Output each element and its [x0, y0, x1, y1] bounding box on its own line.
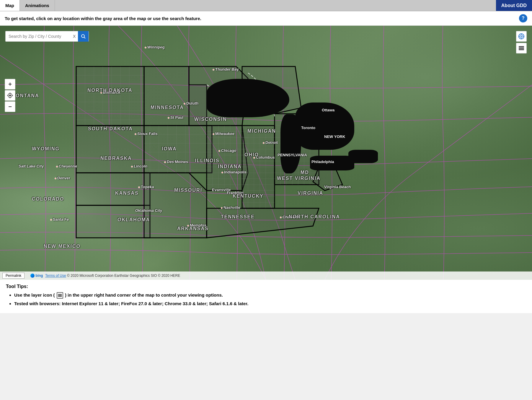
map-footer: Permalink bing Terms of Use © 2020 Micro…	[0, 271, 532, 280]
search-input[interactable]	[6, 34, 71, 39]
tab-map-label: Map	[5, 3, 14, 8]
tooltips-title: Tool Tips:	[6, 284, 526, 289]
svg-rect-90	[519, 46, 524, 47]
tooltips-section: Tool Tips: Use the layer icon ( ) in the…	[0, 280, 532, 313]
permalink-button[interactable]: Permalink	[2, 273, 25, 279]
layers-button[interactable]	[516, 43, 527, 53]
instruction-text: To get started, click on any location wi…	[5, 16, 201, 21]
zoom-in-button[interactable]: +	[5, 79, 15, 90]
svg-point-85	[521, 36, 522, 37]
layers-icon	[518, 45, 525, 51]
tab-about-label: About GDD	[501, 3, 527, 8]
svg-rect-94	[58, 295, 62, 296]
map-container[interactable]: X + −	[0, 26, 532, 280]
tab-animations-label: Animations	[25, 3, 49, 8]
help-button[interactable]: ?	[519, 14, 527, 22]
locate-button[interactable]	[5, 90, 15, 101]
svg-rect-92	[519, 49, 524, 50]
svg-line-76	[84, 37, 85, 38]
bing-text: bing	[35, 274, 43, 278]
tooltip-item-2: Tested with browsers: Internet Explorer …	[14, 301, 526, 306]
locate-icon	[7, 92, 13, 98]
svg-rect-91	[519, 48, 524, 49]
header-tabs: Map Animations About GDD	[0, 0, 532, 11]
svg-rect-93	[58, 294, 62, 295]
layer-icon-inline	[57, 292, 63, 299]
search-button[interactable]	[78, 31, 89, 42]
tooltip-item-1: Use the layer icon ( ) in the upper righ…	[14, 292, 526, 299]
satellite-icon	[518, 33, 525, 40]
layer-controls	[516, 31, 527, 53]
layer-inline-icon	[58, 293, 62, 298]
search-bar: X	[5, 31, 89, 42]
svg-point-78	[9, 95, 11, 96]
search-icon	[81, 34, 86, 39]
bing-circle-icon	[30, 274, 35, 278]
terms-link[interactable]: Terms of Use	[45, 274, 66, 278]
tab-map[interactable]: Map	[0, 0, 20, 11]
zoom-out-button[interactable]: −	[5, 101, 15, 112]
search-clear-button[interactable]: X	[71, 34, 78, 39]
map-controls: + −	[5, 79, 15, 112]
svg-point-75	[81, 35, 84, 38]
svg-rect-95	[58, 296, 62, 297]
tooltips-list: Use the layer icon ( ) in the upper righ…	[6, 292, 526, 306]
help-label: ?	[522, 16, 525, 21]
tab-about[interactable]: About GDD	[496, 0, 532, 11]
tab-animations[interactable]: Animations	[20, 0, 55, 11]
map-background	[0, 26, 532, 280]
copyright-text: © 2020 Microsoft Corporation Earthstar G…	[67, 274, 180, 278]
bing-logo: bing	[30, 274, 43, 278]
instruction-bar: To get started, click on any location wi…	[0, 11, 532, 26]
satellite-layer-button[interactable]	[516, 31, 527, 42]
